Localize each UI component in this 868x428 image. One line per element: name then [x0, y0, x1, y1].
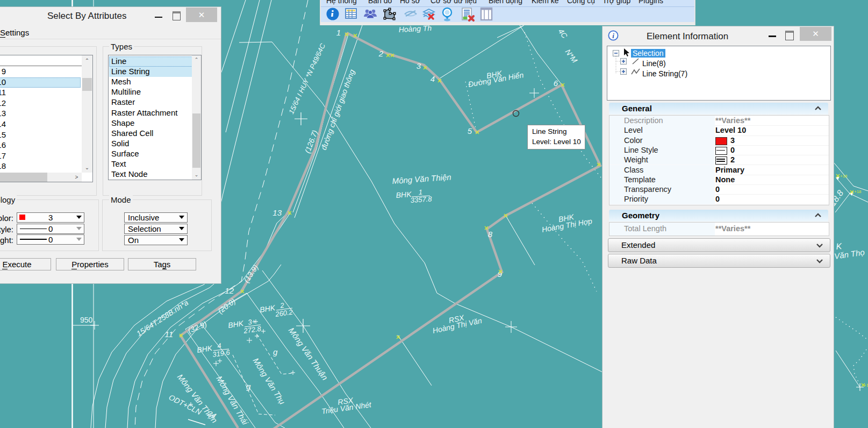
svg-text:4C: 4C [557, 27, 570, 40]
svg-text:g: g [273, 347, 278, 356]
svg-text:15/64 I HUY *N P49/64C: 15/64 I HUY *N P49/64C [287, 42, 327, 115]
svg-text:13: 13 [272, 208, 282, 217]
svg-text:8: 8 [488, 230, 493, 239]
svg-text:Mông Văn Thụ: Mông Văn Thụ [251, 356, 287, 406]
svg-text:272.8: 272.8 [242, 324, 262, 335]
svg-text:BHK: BHK [196, 344, 213, 354]
svg-text:(13.9): (13.9) [242, 263, 260, 284]
svg-text:Mông Văn Thiện: Mông Văn Thiện [392, 172, 451, 186]
svg-text:+18: +18 [854, 189, 862, 194]
svg-text:i: i [612, 32, 614, 40]
svg-text:BHK: BHK [227, 319, 244, 330]
svg-text:4: 4 [217, 341, 221, 350]
svg-text:3: 3 [417, 61, 421, 70]
svg-text:260.2: 260.2 [274, 308, 293, 318]
svg-text:g: g [246, 382, 251, 391]
svg-text:3357.8: 3357.8 [410, 195, 432, 204]
svg-text:K: K [836, 241, 843, 251]
svg-text:319.6: 319.6 [212, 348, 231, 358]
svg-text:12: 12 [225, 286, 234, 295]
svg-text:BHK: BHK [259, 303, 276, 314]
svg-text:(20.0): (20.0) [216, 297, 237, 316]
svg-text:BHK: BHK [396, 190, 412, 199]
svg-text:+15: +15 [864, 383, 868, 388]
svg-text:2: 2 [378, 49, 384, 58]
svg-text:950: 950 [80, 316, 93, 324]
svg-text:1: 1 [336, 28, 341, 37]
svg-text:5: 5 [468, 126, 472, 135]
svg-text:N*M: N*M [564, 47, 579, 65]
svg-text:6: 6 [554, 79, 558, 88]
svg-text:+18: +18 [840, 174, 848, 179]
svg-text:4: 4 [431, 74, 435, 83]
svg-text:11: 11 [164, 330, 173, 339]
